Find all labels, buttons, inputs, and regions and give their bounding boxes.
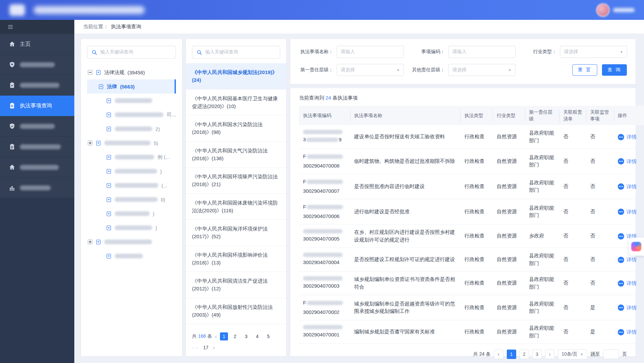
sidebar-item-执法事项查询[interactable]: 执法事项查询 bbox=[0, 96, 74, 116]
law-list-panel: 输入关键词查询 《中华人民共和国城乡规划法(2019)》(24)《中华人民共和国… bbox=[186, 39, 286, 356]
next-page-button[interactable]: › bbox=[545, 350, 555, 359]
tree-node-root[interactable]: 法律法规 (39458) bbox=[87, 65, 176, 79]
tree-node-count: (39458) bbox=[127, 70, 145, 75]
ai-assistant-button[interactable] bbox=[629, 238, 644, 256]
detail-link[interactable]: ••• 详情 bbox=[618, 280, 637, 287]
filter-input[interactable]: 请输入 bbox=[337, 46, 404, 58]
user-avatar[interactable] bbox=[596, 3, 610, 17]
collapse-node-icon[interactable] bbox=[88, 70, 92, 75]
law-list-item[interactable]: 《中华人民共和国环境噪声污染防治法(2018)》(21) bbox=[186, 168, 286, 194]
ellipsis-circle-icon: ••• bbox=[618, 183, 624, 190]
prev-page-icon[interactable]: ‹ bbox=[215, 334, 217, 339]
sidebar-item-blurred[interactable] bbox=[0, 55, 74, 75]
page-number-1[interactable]: 1 bbox=[220, 332, 228, 340]
expand-node-icon[interactable] bbox=[88, 240, 92, 244]
matter-code: 3002904070005 bbox=[303, 235, 346, 243]
tree-node-blurred[interactable]: 例 (... bbox=[87, 150, 176, 164]
jump-page-input[interactable] bbox=[603, 350, 619, 359]
tree-node-blurred[interactable]: 司... bbox=[87, 108, 176, 122]
detail-link[interactable]: ••• 详情 bbox=[618, 158, 637, 166]
tree-node-blurred[interactable]: 5) bbox=[87, 136, 176, 150]
tree-node-blurred[interactable] bbox=[87, 249, 176, 263]
first-responsibility-level: 县政府职能部门 bbox=[525, 149, 559, 174]
detail-link[interactable]: ••• 详情 bbox=[618, 183, 637, 191]
page-number-1[interactable]: 1 bbox=[507, 350, 516, 359]
first-responsibility-level: 县政府职能部门 bbox=[525, 248, 559, 271]
tree-node-blurred[interactable] bbox=[87, 94, 176, 108]
column-header: 关联权责清单 bbox=[559, 106, 586, 125]
sidebar-item-主页[interactable]: 主页 bbox=[0, 34, 74, 55]
tree-node-selected[interactable]: 法律 (5663) bbox=[87, 79, 176, 94]
law-list-item[interactable]: 《中华人民共和国基本医疗卫生与健康促进法(2020)》(10) bbox=[186, 89, 286, 116]
tree-node-blurred[interactable]: ) bbox=[87, 164, 176, 178]
filter-select[interactable]: 请选择▼ bbox=[337, 64, 404, 76]
page-number-3[interactable]: 3 bbox=[242, 332, 250, 340]
blurred-text bbox=[115, 98, 152, 103]
results-count: 24 bbox=[326, 95, 331, 101]
table-row: 3002904070004 是否按照建设工程规划许可证的规定进行建设 行政检查 … bbox=[299, 248, 644, 271]
blurred-text bbox=[115, 112, 163, 117]
detail-link[interactable]: ••• 详情 bbox=[618, 208, 637, 216]
detail-link[interactable]: ••• 详情 bbox=[618, 328, 637, 336]
matter-name: 在乡、村庄规划区内进行建设是否按照乡村建设规划许可证的规定进行 bbox=[350, 224, 460, 248]
tree-node-blurred[interactable]: ) bbox=[87, 221, 176, 235]
tree-node-blurred[interactable]: ) bbox=[87, 207, 176, 221]
caret-down-icon: ▼ bbox=[620, 50, 623, 54]
next-page-icon[interactable]: › bbox=[213, 345, 215, 351]
related-supervision: 否 bbox=[586, 149, 614, 174]
matter-code: 39 bbox=[303, 136, 346, 144]
sidebar-item-blurred[interactable] bbox=[0, 178, 74, 198]
filter-group: 行业类型：请选择▼ bbox=[522, 46, 627, 58]
tree-node-blurred[interactable] bbox=[87, 235, 176, 249]
table-row: 3002904070005 在乡、村庄规划区内进行建设是否按照乡村建设规划许可证… bbox=[299, 224, 644, 248]
law-list-item[interactable]: 《中华人民共和国放射性污染防治法(2003)》(49) bbox=[186, 298, 286, 324]
sidebar-item-blurred[interactable] bbox=[0, 157, 74, 178]
sidebar-item-blurred[interactable] bbox=[0, 137, 74, 157]
ellipsis-circle-icon: ••• bbox=[618, 134, 624, 140]
first-responsibility-level: 县政府职能部门 bbox=[525, 174, 559, 199]
industry-type: 自然资源 bbox=[493, 295, 525, 320]
tree-node-blurred[interactable]: 2) bbox=[87, 122, 176, 136]
prev-page-button[interactable]: ‹ bbox=[494, 350, 503, 359]
sidebar-item-blurred[interactable] bbox=[0, 116, 74, 137]
detail-link[interactable]: ••• 详情 bbox=[618, 256, 637, 264]
law-search-input[interactable]: 输入关键词查询 bbox=[192, 46, 280, 59]
law-list-item[interactable]: 《中华人民共和国清洁生产促进法(2012)》(12) bbox=[186, 272, 286, 298]
law-list-item[interactable]: 《中华人民共和国环境影响评价法(2018)》(13) bbox=[186, 246, 286, 272]
code-blurred-line: F bbox=[303, 203, 346, 211]
page-size-select[interactable]: 10条/页 ▼ bbox=[558, 349, 587, 359]
page-number-4[interactable]: 4 bbox=[253, 332, 261, 340]
sidebar-menu: 主页 执法事项查询 bbox=[0, 34, 74, 198]
sidebar-item-blurred[interactable] bbox=[0, 75, 74, 96]
more-pages-icon[interactable]: ··· bbox=[192, 345, 199, 350]
law-list-item[interactable]: 《中华人民共和国城乡规划法(2019)》(24) bbox=[186, 63, 286, 89]
law-list-item[interactable]: 《中华人民共和国海洋环境保护法(2017)》(52) bbox=[186, 220, 286, 246]
law-list-item[interactable]: 《中华人民共和国固体废物污染环境防治法(2020)》(116) bbox=[186, 194, 286, 220]
detail-link[interactable]: ••• 详情 bbox=[618, 304, 637, 312]
reset-button[interactable]: 重 置 bbox=[572, 64, 597, 76]
tree-search-input[interactable]: 输入关键词查询 bbox=[87, 46, 176, 59]
page-number-5[interactable]: 5 bbox=[264, 332, 272, 340]
detail-link[interactable]: ••• 详情 bbox=[618, 133, 637, 141]
tree-node-label: 法律 bbox=[107, 83, 117, 90]
collapse-sidebar-icon[interactable] bbox=[7, 24, 13, 30]
ellipsis-circle-icon: ••• bbox=[618, 257, 624, 263]
page-number-2[interactable]: 2 bbox=[520, 350, 529, 359]
filter-input[interactable]: 请输入 bbox=[448, 46, 516, 58]
law-list: 《中华人民共和国城乡规划法(2019)》(24)《中华人民共和国基本医疗卫生与健… bbox=[186, 63, 286, 328]
tree-node-blurred[interactable]: 0) bbox=[87, 192, 176, 207]
law-list-item[interactable]: 《中华人民共和国大气污染防治法(2018)》(138) bbox=[186, 142, 286, 168]
page-number-3[interactable]: 3 bbox=[532, 350, 542, 359]
matter-code: 3002904070007 bbox=[303, 187, 346, 195]
placeholder-text: 请选择 bbox=[452, 67, 466, 73]
expand-node-icon[interactable] bbox=[88, 141, 92, 145]
filter-select[interactable]: 请选择▼ bbox=[560, 46, 627, 58]
filter-group: 事项编码：请输入 bbox=[411, 46, 516, 58]
filter-select[interactable]: 请选择▼ bbox=[448, 64, 516, 76]
matter-code: 3002904070002 bbox=[303, 308, 346, 316]
tree-node-blurred[interactable]: (... bbox=[87, 178, 176, 192]
page-number-17[interactable]: 17 bbox=[202, 343, 210, 352]
law-list-item[interactable]: 《中华人民共和国水污染防治法(2018)》(98) bbox=[186, 115, 286, 142]
search-button[interactable]: 查 询 bbox=[602, 64, 627, 76]
page-number-2[interactable]: 2 bbox=[231, 332, 239, 340]
